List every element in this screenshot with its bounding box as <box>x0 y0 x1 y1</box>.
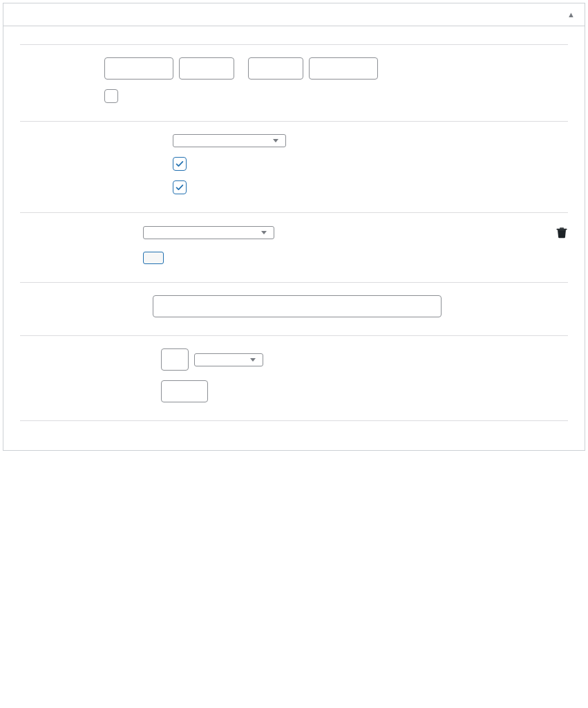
section-rule <box>20 212 568 213</box>
all-day-checkbox[interactable] <box>104 89 118 103</box>
section-rule <box>20 335 568 336</box>
collapse-toggle[interactable]: ▲ <box>567 10 575 19</box>
show-map-checkbox[interactable] <box>173 157 187 171</box>
chevron-down-icon <box>273 139 278 142</box>
start-time-input[interactable] <box>179 57 234 80</box>
chevron-down-icon <box>261 231 267 234</box>
check-icon <box>175 183 184 192</box>
currency-symbol-input[interactable] <box>161 348 189 371</box>
section-rule <box>20 282 568 283</box>
currency-controls <box>161 348 568 371</box>
url-input[interactable] <box>153 295 442 317</box>
all-day-controls <box>104 89 568 103</box>
section-rule <box>20 121 568 122</box>
metabox-body <box>3 26 585 450</box>
currency-position-select[interactable] <box>194 353 263 366</box>
section-rule <box>20 44 568 45</box>
organizer-row <box>20 225 568 239</box>
show-map-row <box>20 157 568 171</box>
all-day-row <box>20 89 568 103</box>
venue-select[interactable] <box>173 134 286 147</box>
add-organizer-row <box>20 252 568 264</box>
cost-input[interactable] <box>161 380 208 402</box>
chevron-down-icon <box>250 358 256 362</box>
end-time-input[interactable] <box>248 57 303 80</box>
metabox-header: ▲ <box>3 3 585 26</box>
section-rule <box>20 420 568 421</box>
trash-icon[interactable] <box>556 225 568 239</box>
organizer-select[interactable] <box>143 226 274 239</box>
check-icon <box>175 159 184 169</box>
svg-rect-0 <box>557 229 567 230</box>
url-row <box>20 295 568 317</box>
start-end-row <box>20 57 568 80</box>
show-map-link-checkbox[interactable] <box>173 180 187 194</box>
start-end-controls <box>104 57 568 80</box>
end-date-input[interactable] <box>309 57 378 80</box>
show-map-link-row <box>20 180 568 194</box>
start-date-input[interactable] <box>104 57 173 80</box>
currency-row <box>20 348 568 371</box>
venue-row <box>20 134 568 147</box>
cost-row <box>20 380 568 402</box>
add-organizer-button[interactable] <box>143 252 164 264</box>
events-calendar-metabox: ▲ <box>3 3 585 451</box>
